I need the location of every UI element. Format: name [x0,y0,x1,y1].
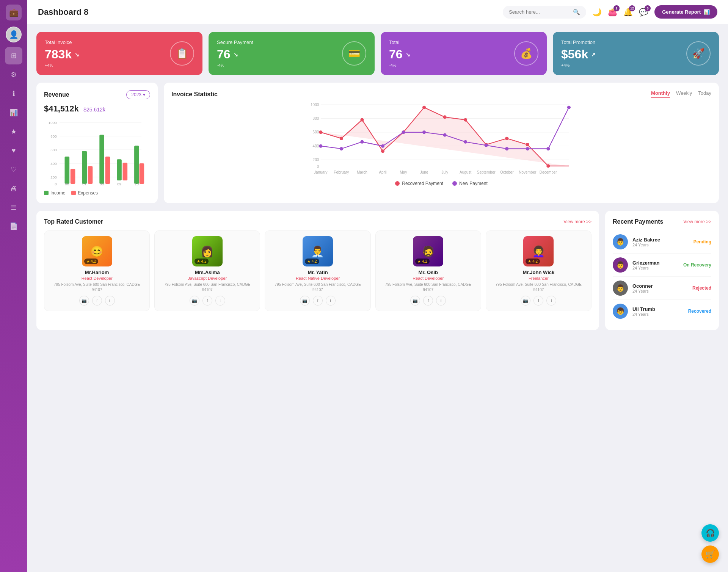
svg-point-49 [546,164,550,168]
sidebar-item-doc[interactable]: 📄 [5,218,22,235]
recent-payments-card: Recent Payments View more >> 👨 Aziz Bakr… [605,211,719,330]
twitter-icon-2[interactable]: t [326,296,336,306]
wallet-icon-btn[interactable]: 👛 2 [608,8,617,17]
instagram-icon-4[interactable]: 📷 [521,296,530,306]
search-icon[interactable]: 🔍 [573,9,580,16]
sidebar-avatar[interactable]: 👤 [6,27,22,42]
income-legend: Income [44,190,65,196]
payment-info-0: Aziz Bakree 24 Years [632,237,689,247]
svg-point-44 [443,115,447,119]
svg-text:800: 800 [50,134,57,138]
support-fab[interactable]: 🎧 [701,524,719,542]
twitter-icon-4[interactable]: t [546,296,556,306]
svg-text:1000: 1000 [311,103,319,107]
svg-point-47 [505,137,508,140]
bell-badge: 12 [629,5,635,11]
sidebar-item-heart[interactable]: ♥ [5,142,22,159]
svg-text:09: 09 [117,182,121,186]
sidebar-item-settings[interactable]: ⚙ [5,66,22,83]
sidebar-item-heart2[interactable]: ♡ [5,161,22,178]
sidebar-item-list[interactable]: ☰ [5,199,22,216]
svg-text:1000: 1000 [49,121,57,125]
customer-avatar-2: 👨‍💼 ★ 4.2 [303,236,333,266]
rating-badge-0: ★ 4.2 [84,259,99,264]
heart2-icon: ♡ [11,165,17,174]
sidebar-item-print[interactable]: 🖨 [5,180,22,197]
twitter-icon-0[interactable]: t [105,296,115,306]
svg-point-62 [567,106,571,109]
svg-text:400: 400 [50,161,57,166]
new-payment-color [452,181,457,186]
payment-age-2: 24 Years [632,289,688,293]
svg-point-48 [526,143,529,146]
twitter-icon-1[interactable]: t [215,296,225,306]
wallet-badge: 2 [613,5,620,11]
generate-report-button[interactable]: Generate Report 📊 [654,5,717,19]
svg-text:10: 10 [135,182,139,186]
customer-name-1: Mrs.Asima [158,270,256,275]
tab-monthly[interactable]: Monthly [651,90,670,98]
sidebar-item-info[interactable]: ℹ [5,85,22,102]
cart-fab[interactable]: 🛒 [701,545,719,563]
svg-point-40 [360,118,364,122]
svg-text:August: August [460,170,471,174]
svg-text:06: 06 [65,182,69,186]
invoice-legend: Recovered Payment New Payment [171,181,711,186]
revenue-legend: Income Expenses [44,190,150,196]
customers-title: Top Rated Customer [44,218,103,225]
sidebar: 💼 👤 ⊞ ⚙ ℹ 📊 ★ ♥ ♡ 🖨 ☰ 📄 [0,0,27,572]
payments-view-more[interactable]: View more >> [683,219,711,224]
theme-toggle[interactable]: 🌙 [592,8,602,17]
invoice-icon: 📋 [170,41,194,66]
sidebar-logo[interactable]: 💼 [6,5,22,20]
secure-label: Secure Payment [217,39,253,45]
content-area: Total invoice 783k ↘ +4% 📋 Secure Paymen… [27,24,728,572]
tab-weekly[interactable]: Weekly [676,90,692,98]
list-item: 👨 Oconner 24 Years Rejected [613,277,711,300]
svg-text:February: February [334,170,349,174]
svg-text:0: 0 [55,182,57,186]
twitter-icon-3[interactable]: t [436,296,446,306]
year-selector[interactable]: 2023 ▾ [126,90,150,99]
svg-text:0: 0 [317,165,319,169]
bell-icon-btn[interactable]: 🔔 12 [623,8,633,17]
instagram-icon-2[interactable]: 📷 [300,296,310,306]
sidebar-item-chart[interactable]: 📊 [5,104,22,121]
facebook-icon-0[interactable]: f [92,296,102,306]
facebook-icon-4[interactable]: f [533,296,543,306]
sidebar-item-dashboard[interactable]: ⊞ [5,47,22,64]
stat-cards: Total invoice 783k ↘ +4% 📋 Secure Paymen… [36,32,719,75]
sidebar-item-star[interactable]: ★ [5,123,22,140]
invoice-trend: +4% [45,63,79,67]
revenue-sub-value: $25,612k [83,107,105,113]
svg-point-53 [381,144,384,148]
invoice-value: 783k ↘ [45,47,79,61]
instagram-icon-1[interactable]: 📷 [190,296,199,306]
payments-title: Recent Payments [613,218,663,225]
svg-text:08: 08 [100,182,104,186]
customer-address-4: 795 Folsom Ave, Suite 600 San Francisco,… [490,282,587,293]
svg-rect-14 [88,166,93,184]
list-item: 👦 Uli Trumb 24 Years Recovered [613,300,711,323]
instagram-icon-3[interactable]: 📷 [410,296,420,306]
svg-rect-19 [134,146,139,184]
header: Dashboard 8 🔍 🌙 👛 2 🔔 12 💬 5 Generate R [27,0,728,24]
search-input[interactable] [509,9,570,15]
tab-today[interactable]: Today [698,90,711,98]
bottom-row: Top Rated Customer View more >> 😊 ★ 4.2 … [36,211,719,330]
list-item: 😊 ★ 4.2 Mr.Hariom React Developer 795 Fo… [44,230,150,311]
svg-point-56 [443,133,447,137]
facebook-icon-3[interactable]: f [423,296,433,306]
payment-info-2: Oconner 24 Years [632,283,688,293]
chat-icon-btn[interactable]: 💬 5 [639,8,648,17]
customer-name-4: Mr.John Wick [490,270,587,275]
stat-card-promotion: Total Promotion $56k ↗ +4% 🚀 [553,32,719,75]
search-bar[interactable]: 🔍 [503,6,586,19]
svg-point-60 [526,147,529,150]
facebook-icon-1[interactable]: f [202,296,212,306]
facebook-icon-2[interactable]: f [313,296,323,306]
payment-age-1: 24 Years [632,266,679,270]
instagram-icon-0[interactable]: 📷 [79,296,89,306]
customers-view-more[interactable]: View more >> [563,219,592,224]
customer-role-4: Freelancer [490,276,587,281]
